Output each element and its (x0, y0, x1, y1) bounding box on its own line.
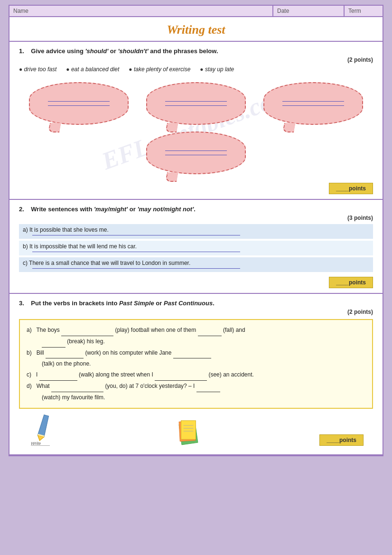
header-term-field[interactable]: Term (345, 6, 383, 16)
phrase-3: take plenty of exercise (129, 66, 190, 73)
bubble-3 (263, 82, 363, 125)
ex-d-text3: (watch) my favourite film. (42, 394, 105, 401)
ex-a-text4: (break) his leg. (67, 338, 104, 345)
sentence-c-text: c) There is a small chance that we will … (23, 260, 190, 266)
section2-points-button-row: ____points (19, 277, 373, 288)
sentence-c-answer (32, 268, 240, 269)
bubble-3-line2 (282, 105, 344, 106)
section1-instruction: 1. Give advice using 'should' or 'should… (19, 47, 373, 55)
section1-text1: Give advice using (31, 47, 85, 55)
section1-number: 1. (19, 47, 24, 55)
section2-end: . (194, 206, 196, 213)
section-1: 1. Give advice using 'should' or 'should… (9, 42, 383, 200)
section1-or: or (108, 47, 118, 55)
sentence-b-answer (32, 252, 240, 252)
header-bar: Name Date Term (9, 6, 383, 17)
section1-shouldnt: 'shouldn't' (118, 47, 148, 55)
ex-c-text1: I (36, 371, 39, 378)
ex-d-letter: d) (27, 383, 35, 389)
header-date-field[interactable]: Date (273, 6, 345, 16)
ex-b-fill2 (173, 348, 211, 359)
svg-rect-8 (181, 420, 196, 439)
pen-icon: Write (28, 413, 57, 446)
section1-points-button[interactable]: ____points (329, 183, 373, 194)
ex-a-fill2 (198, 325, 222, 336)
ex-a-fill3 (42, 336, 65, 348)
ex-d-fill2 (196, 381, 220, 392)
ex-b-letter: b) (27, 349, 35, 356)
ex-d-text2: (you, do) at 7 o'clock yesterday? – I (105, 383, 196, 389)
ex-c-fill2 (155, 369, 207, 381)
ex-b-text3: (talk) on the phone. (42, 360, 91, 367)
ex-c-text2: (walk) along the street when I (79, 371, 155, 378)
ex-a-text2: (play) football when one of them (115, 327, 198, 333)
section1-end: and the phrases below. (149, 47, 218, 55)
phrase-1: drive too fast (19, 66, 56, 73)
ex-c-letter: c) (27, 371, 35, 378)
exercise-d: d) What (you, do) at 7 o'clock yesterday… (27, 381, 365, 403)
section2-maynotmightnot: 'may not/might not' (137, 206, 194, 213)
date-label: Date (277, 8, 289, 14)
bubble-4-line2 (165, 155, 227, 155)
bottom-decor: Write ____points (19, 409, 373, 450)
bubble-2 (146, 82, 246, 125)
section2-points-text: (3 points) (347, 215, 373, 221)
section2-number: 2. (19, 206, 24, 213)
phrase-2: eat a balanced diet (66, 66, 119, 73)
section1-points-button-row: ____points (19, 183, 373, 194)
ex-a-letter: a) (27, 327, 35, 333)
section3-past-simple: Past Simple (119, 300, 154, 307)
sentence-b: b) It is impossible that he will lend me… (19, 241, 373, 255)
bubble-4 (146, 132, 246, 174)
section2-maymight: 'may/might' (94, 206, 128, 213)
section3-past-continuous: Past Continuous (164, 300, 213, 307)
section-3: 3. Put the verbs in brackets into Past S… (9, 294, 383, 455)
ex-c-text3: (see) an accident. (208, 371, 253, 378)
notes-icon (172, 417, 205, 446)
sentence-a-answer (32, 235, 240, 235)
bubbles-container: EFLprintables.com (19, 78, 373, 178)
page-title: Writing test (9, 23, 383, 37)
phrases-row: drive too fast eat a balanced diet take … (19, 66, 373, 73)
svg-text:Write: Write (31, 441, 41, 446)
ex-d-text1: What (37, 383, 51, 389)
section1-points-text: (2 points) (347, 56, 373, 63)
ex-a-text3: (fall) and (223, 327, 245, 333)
bubble-1-line2 (48, 105, 110, 106)
section3-end: . (213, 300, 215, 307)
section2-instruction: 2. Write sentences with 'may/might' or '… (19, 206, 373, 213)
section3-or: or (154, 300, 164, 307)
ex-c-fill1 (39, 369, 77, 381)
section2-text1: Write sentences with (31, 206, 94, 213)
bubble-3-line1 (282, 101, 344, 102)
exercise-b: b) Bill (work) on his computer while Jan… (27, 348, 365, 370)
section3-points-text: (2 points) (347, 309, 373, 315)
header-name-field[interactable]: Name (9, 6, 273, 16)
section1-should: 'should' (85, 47, 108, 55)
ex-a-text1: The boys (36, 327, 61, 333)
section3-instruction: 3. Put the verbs in brackets into Past S… (19, 300, 373, 307)
ex-b-text1: Bill (37, 349, 46, 356)
name-label: Name (13, 8, 28, 14)
bubble-4-line1 (165, 151, 227, 151)
ex-d-fill1 (51, 381, 103, 392)
section3-points: (2 points) (19, 309, 373, 315)
sentence-a-text: a) It is possible that she loves me. (23, 226, 109, 233)
bubble-1-line1 (48, 101, 110, 102)
section-2: 2. Write sentences with 'may/might' or '… (9, 200, 383, 294)
sentence-b-text: b) It is impossible that he will lend me… (23, 243, 137, 250)
page: Name Date Term Writing test 1. Give advi… (9, 5, 383, 456)
term-label: Term (348, 8, 361, 14)
phrase-4: stay up late (200, 66, 234, 73)
exercise-c: c) I (walk) along the street when I (see… (27, 369, 365, 381)
section1-points: (2 points) (19, 56, 373, 63)
section3-points-button[interactable]: ____points (319, 434, 364, 446)
sentence-a: a) It is possible that she loves me. (19, 224, 373, 239)
bubble-2-line2 (165, 105, 227, 106)
svg-marker-0 (37, 414, 49, 437)
ex-b-text2: (work) on his computer while Jane (85, 349, 173, 356)
title-section: Writing test (9, 17, 383, 42)
ex-a-fill1 (61, 325, 113, 336)
section2-points-button[interactable]: ____points (329, 277, 373, 288)
sentence-c: c) There is a small chance that we will … (19, 257, 373, 272)
